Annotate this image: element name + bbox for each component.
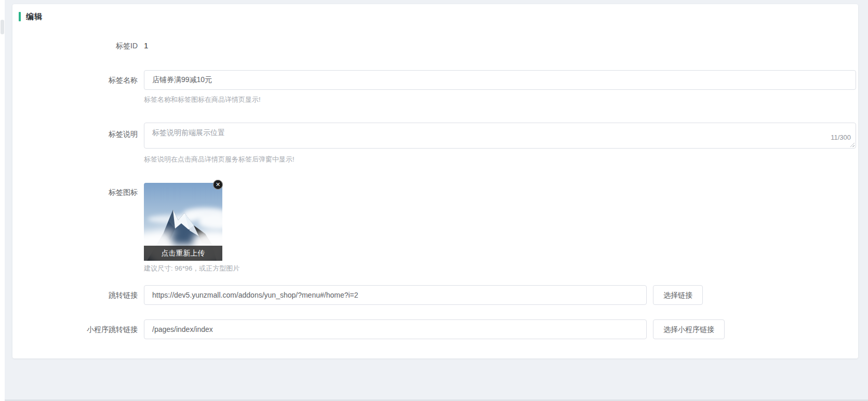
close-icon: ✕ [216,182,220,188]
tag-icon-uploader[interactable]: 点击重新上传 ✕ [144,183,222,261]
form-row-tag-id: 标签ID 1 [12,41,858,51]
choose-mini-link-button[interactable]: 选择小程序链接 [653,319,725,339]
char-counter: 11/300 [831,134,851,141]
tag-icon-help: 建议尺寸: 96*96，或正方型图片 [144,264,858,273]
tag-desc-help: 标签说明在点击商品详情页服务标签后弹窗中显示! [144,155,858,164]
left-scrollbar[interactable] [0,0,5,401]
title-accent-bar [19,12,21,21]
tag-desc-textarea[interactable]: 标签说明前端展示位置 [144,123,856,149]
panel-header: 编辑 [12,4,858,22]
tag-id-label: 标签ID [12,41,144,51]
choose-link-button[interactable]: 选择链接 [653,285,703,305]
form-row-mini-link: 小程序跳转链接 选择小程序链接 [12,319,858,339]
scrollbar-thumb[interactable] [1,20,4,34]
tag-name-label: 标签名称 [12,70,144,90]
tag-desc-label: 标签说明 [12,123,144,139]
form-row-tag-desc: 标签说明 标签说明前端展示位置 11/300 标签说明在点击商品详情页服务标签后… [12,123,858,164]
reupload-overlay[interactable]: 点击重新上传 [144,246,222,261]
mini-link-label: 小程序跳转链接 [12,319,144,339]
mini-link-input[interactable] [144,319,647,339]
remove-image-button[interactable]: ✕ [213,180,223,190]
tag-icon-label: 标签图标 [12,183,144,197]
reupload-label: 点击重新上传 [162,249,205,258]
form-row-tag-icon: 标签图标 [12,183,858,273]
tag-name-help: 标签名称和标签图标在商品详情页显示! [144,95,858,104]
jump-link-label: 跳转链接 [12,285,144,305]
tag-id-value: 1 [144,41,148,50]
form-row-tag-name: 标签名称 标签名称和标签图标在商品详情页显示! [12,70,858,104]
jump-link-input[interactable] [144,285,647,305]
tag-name-input[interactable] [144,70,856,90]
form-row-jump-link: 跳转链接 选择链接 [12,285,858,305]
edit-panel: 编辑 标签ID 1 标签名称 标签名称和标签图标在商品详情页显示! 标签说明 标… [12,4,858,358]
page-title: 编辑 [26,12,43,22]
